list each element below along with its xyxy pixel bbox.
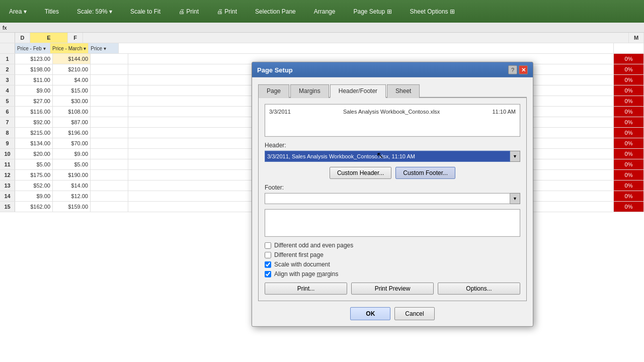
cell-e15: $159.00 [53,202,91,212]
cancel-button[interactable]: Cancel [394,307,434,320]
cell-m11: 0% [614,159,644,169]
cell-e3: $4.00 [53,75,91,85]
tab-header-footer[interactable]: Header/Footer [330,84,386,98]
tab-margins[interactable]: Margins [290,84,329,98]
cell-d1: $123.00 [15,54,53,64]
ribbon-arrange[interactable]: Arrange [310,7,340,17]
price-feb-header: Price - Feb ▾ [15,43,50,53]
cell-e14: $12.00 [53,191,91,201]
tab-content: 3/3/2011 Sales Analysis Workbook_Contoso… [258,98,527,301]
cell-f9 [91,138,128,148]
cell-d2: $198.00 [15,64,53,74]
checkbox-odd-even: Different odd and even pages [265,242,520,249]
help-button[interactable]: ? [508,65,517,74]
cell-d15: $162.00 [15,202,53,212]
cell-f3 [91,75,128,85]
ok-cancel-row: OK Cancel [258,307,527,320]
header-dropdown-arrow[interactable]: ▼ [510,151,520,162]
checkbox-first-page: Different first page [265,251,520,258]
cell-d11: $5.00 [15,159,53,169]
cell-m7: 0% [614,117,644,127]
footer-dropdown-row: ▼ [265,193,520,204]
cell-d3: $11.00 [15,75,53,85]
header-preview-left: 3/3/2011 [269,109,291,115]
cell-d5: $27.00 [15,96,53,106]
cell-f13 [91,180,128,191]
ribbon: Area ▾ Titles Scale: 59% ▾ Scale to Fit … [0,0,644,23]
ribbon-page-setup[interactable]: Page Setup ⊞ [349,7,395,17]
footer-dropdown[interactable] [265,193,510,204]
cell-e11: $5.00 [53,159,91,169]
footer-area: Footer: ▼ [265,184,520,204]
cell-d12: $175.00 [15,170,53,180]
header-preview-row: 3/3/2011 Sales Analysis Workbook_Contoso… [269,109,516,115]
cell-f7 [91,117,128,127]
ribbon-scale[interactable]: Scale: 59% ▾ [73,7,116,17]
cell-e1: $144.00 [53,54,91,64]
cell-m9: 0% [614,138,644,148]
cell-m14: 0% [614,191,644,201]
col-header-more [83,33,629,43]
cell-e12: $190.00 [53,170,91,180]
print-preview-button[interactable]: Print Preview [351,283,434,295]
row-num: 3 [0,75,15,85]
row-num: 10 [0,149,15,159]
cell-m5: 0% [614,96,644,106]
dialog-titlebar: Page Setup ? ✕ [252,62,533,77]
footer-label: Footer: [265,184,520,191]
checkbox-scale-input[interactable] [265,261,271,267]
checkbox-first-page-label: Different first page [274,251,324,258]
cell-e10: $9.00 [53,149,91,159]
custom-buttons-row: Custom Header... Custom Footer... [265,167,520,179]
dialog-title: Page Setup [257,66,293,73]
cell-m15: 0% [614,202,644,212]
cell-e6: $108.00 [53,107,91,117]
spacer-header [119,43,614,53]
row-num-sub [0,43,15,53]
checkbox-first-page-input[interactable] [265,251,271,258]
cell-e5: $30.00 [53,96,91,106]
footer-dropdown-arrow[interactable]: ▼ [510,193,520,204]
ribbon-selection-pane[interactable]: Selection Pane [251,7,300,17]
close-button[interactable]: ✕ [519,65,528,74]
footer-preview-box [265,209,520,237]
row-num: 8 [0,128,15,138]
ribbon-print[interactable]: 🖨 Print [175,7,203,17]
formula-bar-label: fx [3,25,7,31]
cell-e2: $210.00 [53,64,91,74]
ribbon-print2[interactable]: 🖨 Print [213,7,241,17]
cell-e4: $15.00 [53,85,91,96]
cell-m4: 0% [614,85,644,96]
cell-m8: 0% [614,128,644,138]
row-num: 11 [0,159,15,169]
cell-m10: 0% [614,149,644,159]
cell-f1 [91,54,128,64]
col-header-f: F [68,33,83,43]
header-dropdown[interactable]: 3/3/2011, Sales Analysis Workbook_Contos… [265,151,510,162]
row-num: 4 [0,85,15,96]
ribbon-area[interactable]: Area ▾ [5,7,31,17]
print-button[interactable]: Print... [265,283,347,295]
ribbon-sheet-options[interactable]: Sheet Options ⊞ [406,7,459,17]
row-num: 6 [0,107,15,117]
custom-header-button[interactable]: Custom Header... [330,167,391,179]
ribbon-titles[interactable]: Titles [41,7,63,17]
cell-m3: 0% [614,75,644,85]
ribbon-scale-to-fit[interactable]: Scale to Fit [126,7,165,17]
header-label: Header: [265,142,520,149]
header-dropdown-row: 3/3/2011, Sales Analysis Workbook_Contos… [265,151,520,162]
ok-button[interactable]: OK [350,307,390,320]
row-num: 9 [0,138,15,148]
cell-d13: $52.00 [15,180,53,191]
options-button[interactable]: Options... [438,283,520,295]
checkbox-odd-even-input[interactable] [265,242,271,248]
tab-page[interactable]: Page [258,84,289,98]
cell-e9: $70.00 [53,138,91,148]
checkbox-align-input[interactable] [265,270,271,277]
header-preview-right: 11:10 AM [493,109,516,115]
cell-d6: $116.00 [15,107,53,117]
custom-footer-button[interactable]: Custom Footer... [395,167,455,179]
tab-sheet[interactable]: Sheet [387,84,420,98]
checkbox-scale: Scale with document [265,261,520,268]
cell-f4 [91,85,128,96]
